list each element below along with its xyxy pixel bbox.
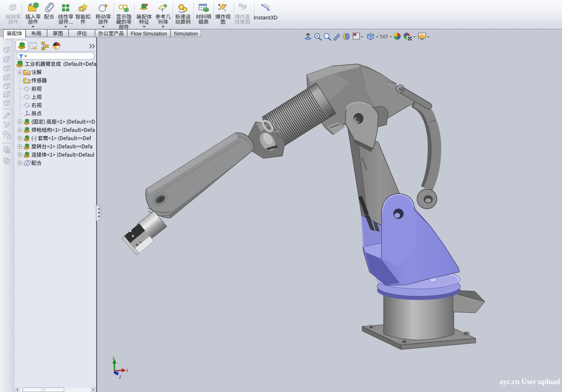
svg-text:A: A [26, 71, 28, 75]
svg-text:Instant3D: Instant3D [254, 14, 277, 21]
svg-text:Flow Simulation: Flow Simulation [130, 31, 167, 37]
svg-text:X: X [126, 368, 129, 373]
svg-text:Z: Z [119, 375, 121, 379]
svg-text:Simulation: Simulation [174, 31, 198, 37]
svg-text:ayc.cn User upload: ayc.cn User upload [500, 378, 560, 386]
